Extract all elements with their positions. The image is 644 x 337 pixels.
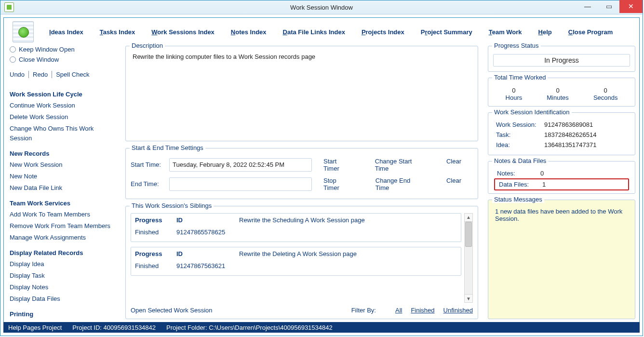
sibling-row[interactable]: Progress ID Rewrite the Scheduling A Wor…	[131, 213, 461, 242]
radio-keep-window-open[interactable]: Keep Window Open	[10, 46, 118, 53]
ttw-hours: 0	[506, 87, 523, 94]
start-time-field[interactable]: Tuesday, February 8, 2022 02:52:45 PM	[169, 158, 312, 172]
id-task-val: 183728482626514	[544, 131, 627, 138]
scroll-down-icon[interactable]: ▼	[465, 294, 472, 302]
heading-new-records: New Records	[10, 150, 118, 157]
redo-button[interactable]: Redo	[33, 71, 52, 78]
app-icon	[4, 2, 14, 12]
link-remove-team[interactable]: Remove Work From Team Members	[10, 221, 118, 231]
link-new-work-session[interactable]: New Work Session	[10, 160, 118, 170]
col-header-id: ID	[176, 216, 239, 227]
menu-work-sessions-index[interactable]: Work Sessions Index	[151, 28, 215, 36]
heading-display-related: Display Related Records	[10, 249, 118, 256]
left-sidebar: Keep Window Open Close Window Undo Redo …	[4, 46, 123, 322]
end-time-label: End Time:	[131, 180, 169, 188]
status-message-text: 1 new data files have been added to the …	[493, 207, 630, 223]
clear-start-button[interactable]: Clear	[446, 158, 461, 172]
menu-ideas-index[interactable]: Ideas Index	[49, 28, 83, 36]
filter-unfinished[interactable]: Unfinished	[443, 307, 473, 314]
close-button[interactable]: ✕	[619, 0, 643, 13]
ttw-hours-label: Hours	[506, 94, 523, 101]
link-change-owner[interactable]: Change Who Owns This Work Session	[10, 124, 118, 143]
sibling-progress: Finished	[135, 262, 176, 272]
start-time-label: Start Time:	[131, 161, 169, 168]
minimize-button[interactable]: —	[577, 1, 598, 11]
ndf-legend: Notes & Data Files	[492, 157, 548, 164]
link-new-data-file-link[interactable]: New Data File Link	[10, 183, 118, 193]
filter-all[interactable]: All	[395, 307, 402, 314]
id-task-label: Task:	[496, 131, 544, 138]
id-idea-label: Idea:	[496, 141, 544, 148]
radio-close-window[interactable]: Close Window	[10, 56, 118, 63]
col-header-id: ID	[176, 250, 239, 260]
ttw-seconds: 0	[593, 87, 618, 94]
main-panel: Description Rewrite the linking computer…	[123, 46, 485, 322]
sibling-id: 91247867563621	[176, 262, 239, 272]
link-manage-assignments[interactable]: Manage Work Assignments	[10, 233, 118, 243]
menu-notes-index[interactable]: Notes Index	[231, 28, 267, 36]
scroll-thumb[interactable]	[465, 222, 472, 247]
filter-finished[interactable]: Finished	[411, 307, 434, 314]
identification-legend: Work Session Identification	[492, 108, 572, 116]
spell-check-button[interactable]: Spell Check	[56, 71, 93, 78]
status-messages-legend: Status Messages	[492, 196, 544, 203]
scroll-up-icon[interactable]: ▲	[465, 214, 472, 222]
menu-tasks-index[interactable]: Tasks Index	[100, 28, 135, 36]
time-settings-group: Start & End Time Settings Start Time: Tu…	[125, 148, 478, 199]
stop-timer-button[interactable]: Stop Timer	[323, 177, 352, 191]
link-display-task[interactable]: Display Task	[10, 271, 118, 281]
data-files-count: 1	[537, 181, 624, 188]
siblings-list: Progress ID Rewrite the Scheduling A Wor…	[131, 213, 461, 303]
ttw-minutes: 0	[547, 87, 569, 94]
data-files-label: Data Files:	[499, 181, 537, 188]
open-selected-button[interactable]: Open Selected Work Session	[131, 307, 213, 314]
menu-close-program[interactable]: Close Program	[568, 28, 613, 36]
progress-status-legend: Progress Status	[492, 42, 541, 49]
menu-data-file-links-index[interactable]: Data File Links Index	[283, 28, 345, 36]
ttw-minutes-label: Minutes	[547, 94, 569, 101]
link-display-data-files[interactable]: Display Data Files	[10, 294, 118, 304]
description-text[interactable]: Rewrite the linking computer files to a …	[131, 51, 473, 62]
app-logo-icon	[13, 21, 34, 42]
sibling-row[interactable]: Progress ID Rewrite the Deleting A Work …	[131, 247, 461, 276]
col-header-progress: Progress	[135, 216, 176, 227]
link-display-notes[interactable]: Display Notes	[10, 283, 118, 292]
link-continue-work-session[interactable]: Continue Work Session	[10, 101, 118, 110]
status-messages-group: Status Messages 1 new data files have be…	[488, 200, 635, 319]
statusbar-help[interactable]: Help Pages Project	[8, 324, 62, 331]
undo-button[interactable]: Undo	[10, 71, 29, 78]
menu-help[interactable]: Help	[538, 28, 552, 36]
progress-status-value: In Progress	[493, 54, 630, 67]
end-time-field[interactable]	[169, 177, 312, 191]
radio-label-keep-open: Keep Window Open	[19, 46, 75, 53]
maximize-button[interactable]: ▭	[598, 1, 619, 11]
link-delete-work-session[interactable]: Delete Work Session	[10, 112, 118, 122]
menu-projects-index[interactable]: Projects Index	[362, 28, 404, 36]
identification-group: Work Session Identification Work Session…	[488, 112, 635, 155]
time-settings-legend: Start & End Time Settings	[130, 144, 205, 151]
sibling-id: 91247865578625	[176, 229, 239, 239]
statusbar-project-folder: Project Folder: C:\Users\Darren\Projects…	[166, 324, 333, 331]
heading-printing: Printing	[10, 310, 118, 318]
radio-icon	[10, 56, 16, 63]
change-end-time-button[interactable]: Change End Time	[376, 177, 423, 191]
id-idea-val: 136481351747371	[544, 141, 627, 148]
sibling-desc: Rewrite the Deleting A Work Session page	[239, 250, 457, 260]
right-panel: Progress Status In Progress Total Time W…	[485, 46, 639, 322]
change-start-time-button[interactable]: Change Start Time	[375, 158, 423, 172]
siblings-scrollbar[interactable]: ▲ ▼	[464, 213, 473, 303]
menu-team-work[interactable]: Team Work	[489, 28, 522, 36]
ttw-seconds-label: Seconds	[593, 94, 618, 101]
link-add-team[interactable]: Add Work To Team Members	[10, 210, 118, 219]
notes-label: Notes:	[497, 170, 536, 177]
window-title: Work Session Window	[0, 4, 643, 11]
siblings-group: This Work Session's Siblings Progress ID…	[125, 206, 478, 319]
start-timer-button[interactable]: Start Timer	[323, 158, 352, 172]
heading-team-work: Team Work Services	[10, 200, 118, 207]
link-display-idea[interactable]: Display Idea	[10, 259, 118, 269]
link-new-note[interactable]: New Note	[10, 172, 118, 181]
menu-project-summary[interactable]: Project Summary	[421, 28, 472, 36]
edit-bar: Undo Redo Spell Check	[10, 71, 118, 78]
clear-end-button[interactable]: Clear	[446, 177, 461, 191]
sibling-progress: Finished	[135, 229, 176, 239]
